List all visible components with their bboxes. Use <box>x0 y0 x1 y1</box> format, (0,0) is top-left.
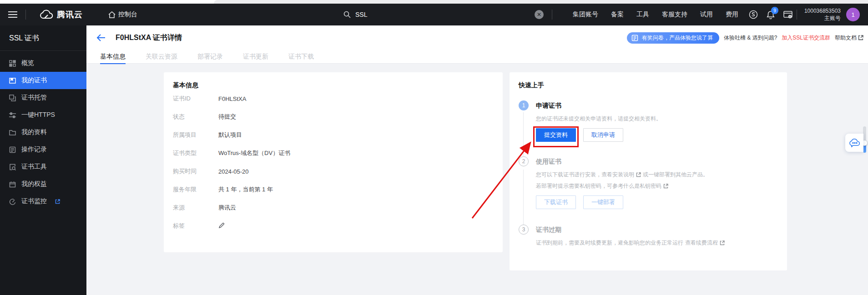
edit-tag-pencil-icon[interactable] <box>218 222 225 229</box>
sidebar-item-one-click-https[interactable]: 一键HTTPS <box>0 106 86 124</box>
one-click-deploy-button[interactable]: 一键部署 <box>583 195 623 209</box>
home-icon <box>108 11 116 18</box>
certificate-icon <box>9 77 16 84</box>
hosting-icon <box>9 95 16 101</box>
overview-grid-icon <box>9 60 16 67</box>
field-source: 来源 腾讯云 <box>173 199 494 217</box>
field-purchase-time: 购买时间 2024-05-20 <box>173 162 494 180</box>
navbar-divider <box>552 10 552 20</box>
nav-item-trial[interactable]: 试用 <box>694 10 719 19</box>
menu-icon[interactable] <box>0 4 25 25</box>
doc-search-icon <box>9 164 16 170</box>
feedback-cloud-icon[interactable] <box>845 134 863 152</box>
sidebar-item-overview[interactable]: 概览 <box>0 55 86 72</box>
submit-materials-button[interactable]: 提交资料 <box>536 128 576 142</box>
field-cert-id: 证书ID F0HLStXA <box>173 90 494 108</box>
benefits-box-icon <box>9 181 16 188</box>
sidebar-item-cert-hosting[interactable]: 证书托管 <box>0 89 86 106</box>
cloud-logo-icon <box>40 10 53 20</box>
help-doc-link[interactable]: 帮助文档 <box>835 34 863 42</box>
tab-cert-renewal[interactable]: 证书更新 <box>243 50 268 64</box>
console-settings-icon[interactable] <box>779 4 797 25</box>
page-title: F0HLStXA 证书详情 <box>116 33 182 43</box>
basic-info-card: 基本信息 证书ID F0HLStXA 状态 待提交 所属项目 默认项目 证书类型… <box>164 72 503 252</box>
page-header: F0HLStXA 证书详情 有奖问卷，产品体验您说了算 体验吐槽 & 遇到问题?… <box>86 25 868 50</box>
field-service-years: 服务年限 共 1 年，当前第 1 年 <box>173 180 494 199</box>
promo-circle-icon[interactable] <box>745 4 762 25</box>
tencent-cloud-logo[interactable]: 腾讯云 <box>40 9 83 20</box>
feedback-float-widget <box>843 126 868 155</box>
account-id: 100036853503 <box>804 7 841 15</box>
document-lines-icon <box>9 146 16 153</box>
nav-item-billing[interactable]: 费用 <box>719 10 745 19</box>
nav-item-support[interactable]: 客服支持 <box>656 10 694 19</box>
external-link-icon[interactable] <box>720 240 725 245</box>
field-cert-type: 证书类型 WoTrus-域名型（DV）证书 <box>173 144 494 162</box>
account-type: 主账号 <box>804 15 841 22</box>
navbar-divider <box>25 10 26 20</box>
tab-associated-resources[interactable]: 关联云资源 <box>146 50 177 64</box>
step-cert-expiry: 3 证书过期 证书到期前，需要及时续费更新，避免影响您的业务正常运行 查看续费流… <box>519 225 778 247</box>
nav-item-group-account[interactable]: 集团账号 <box>566 10 605 19</box>
notification-bell-icon[interactable]: 9 <box>762 4 779 25</box>
satisfaction-gauge[interactable] <box>863 126 866 153</box>
avatar[interactable]: 1 <box>846 8 860 21</box>
survey-banner[interactable]: 有奖问卷，产品体验您说了算 <box>627 32 719 44</box>
notification-badge: 9 <box>771 7 778 14</box>
sidebar-item-cert-monitor[interactable]: 证书监控 <box>0 193 86 210</box>
external-link-icon[interactable] <box>636 172 641 177</box>
step-number: 1 <box>519 100 529 110</box>
step-use-cert: 2 使用证书 您可以下载证书进行安装，查看安装说明 或一键部署到其他云产品。 若… <box>519 156 778 209</box>
tab-cert-download[interactable]: 证书下载 <box>288 50 314 64</box>
step-number: 2 <box>519 156 529 166</box>
detail-tabs: 基本信息 关联云资源 部署记录 证书更新 证书下载 <box>86 50 868 64</box>
feedback-text: 体验吐槽 & 遇到问题? <box>724 34 777 42</box>
account-info[interactable]: 100036853503 主账号 <box>804 7 841 22</box>
external-link-icon[interactable] <box>663 184 668 189</box>
search-input[interactable] <box>355 11 505 18</box>
sidebar: SSL 证书 概览 我的证书 证书托管 一键HTTPS 我的资料 <box>0 25 86 295</box>
top-navbar: 腾讯云 控制台 ✕ 集团账号 备案 工具 客服支持 试用 费用 <box>0 4 868 25</box>
back-button[interactable] <box>96 34 106 42</box>
console-link[interactable]: 控制台 <box>108 10 137 19</box>
sidebar-item-my-profile[interactable]: 我的资料 <box>0 124 86 141</box>
search-clear-icon[interactable]: ✕ <box>535 10 544 19</box>
sidebar-item-operation-log[interactable]: 操作记录 <box>0 141 86 158</box>
gauge-icon <box>9 198 16 205</box>
card-title: 基本信息 <box>173 81 494 90</box>
sidebar-item-my-certificates[interactable]: 我的证书 <box>0 72 86 89</box>
tencent-cloud-console: 腾讯云 控制台 ✕ 集团账号 备案 工具 客服支持 试用 费用 <box>0 0 868 295</box>
sidebar-item-my-benefits[interactable]: 我的权益 <box>0 175 86 193</box>
sliders-icon <box>9 112 16 119</box>
sidebar-item-cert-tools[interactable]: 证书工具 <box>0 158 86 175</box>
download-cert-button[interactable]: 下载证书 <box>536 195 576 209</box>
browser-top-strip <box>0 0 868 4</box>
field-status: 状态 待提交 <box>173 108 494 126</box>
navbar-divider <box>797 10 797 20</box>
survey-clipboard-icon <box>631 35 638 41</box>
external-link-icon <box>858 35 863 40</box>
nav-item-icp[interactable]: 备案 <box>605 10 630 19</box>
quick-start-card: 快速上手 1 申请证书 您的证书还未提交相关申请资料，请提交相关资料。 提交资料… <box>510 72 787 270</box>
sidebar-title: SSL 证书 <box>0 25 86 50</box>
join-ssl-group-link[interactable]: 加入SSL证书交流群 <box>782 34 830 42</box>
cancel-application-button[interactable]: 取消申请 <box>583 128 623 142</box>
field-tags: 标签 <box>173 217 494 235</box>
tab-basic-info[interactable]: 基本信息 <box>100 50 126 64</box>
tab-deploy-records[interactable]: 部署记录 <box>197 50 223 64</box>
step-apply-cert: 1 申请证书 您的证书还未提交相关申请资料，请提交相关资料。 提交资料 取消申请 <box>519 100 778 142</box>
field-project: 所属项目 默认项目 <box>173 126 494 144</box>
renewal-process-link[interactable]: 查看续费流程 <box>685 239 718 247</box>
card-title: 快速上手 <box>519 81 778 90</box>
step-number: 3 <box>519 225 529 235</box>
external-link-icon <box>55 199 60 204</box>
search-icon <box>343 11 351 18</box>
nav-item-tools[interactable]: 工具 <box>630 10 656 19</box>
brand-text: 腾讯云 <box>57 9 83 20</box>
browser-chrome-fragment <box>214 0 868 4</box>
global-search[interactable] <box>343 4 505 25</box>
folder-icon <box>9 129 16 136</box>
